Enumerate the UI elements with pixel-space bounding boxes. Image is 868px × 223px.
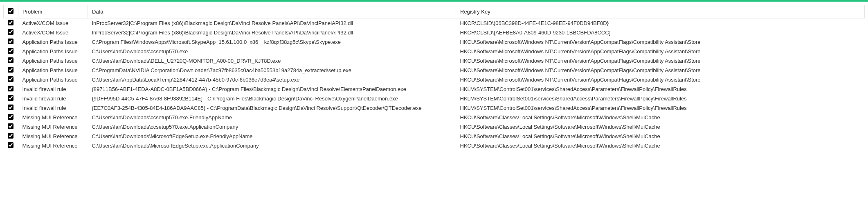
row-select-cell[interactable] (4, 113, 18, 122)
table-row[interactable]: Missing MUI ReferenceC:\Users\Ian\Downlo… (4, 141, 865, 150)
cell-data: {9DFF995D-44C5-47F4-8A68-8F93892B114E} -… (88, 94, 456, 103)
row-select-cell[interactable] (4, 56, 18, 66)
results-table: Problem Data Registry Key ActiveX/COM Is… (3, 5, 865, 150)
cell-problem: Missing MUI Reference (18, 141, 88, 150)
column-header-select-all[interactable] (4, 5, 18, 18)
cell-problem: Application Paths Issue (18, 66, 88, 75)
cell-registry-key: HKLM\SYSTEM\ControlSet001\services\Share… (456, 94, 865, 103)
cell-data: C:\Users\Ian\Downloads\ccsetup570.exe.Fr… (88, 113, 456, 122)
table-row[interactable]: Invalid firewall rule{89711B56-ABF1-4EDA… (4, 84, 865, 94)
table-header-row: Problem Data Registry Key (4, 5, 865, 18)
row-select-checkbox[interactable] (8, 20, 13, 25)
table-row[interactable]: ActiveX/COM IssueInProcServer32|C:\Progr… (4, 18, 865, 28)
cell-data: C:\Users\Ian\Downloads\MicrosoftEdgeSetu… (88, 141, 456, 150)
cell-registry-key: HKLM\SYSTEM\ControlSet001\services\Share… (456, 103, 865, 113)
table-row[interactable]: Application Paths IssueC:\Users\Ian\AppD… (4, 75, 865, 84)
cell-data: {EE7C0AF3-254B-4305-84E4-186ADA9AAC85} -… (88, 103, 456, 113)
table-row[interactable]: ActiveX/COM IssueInProcServer32|C:\Progr… (4, 28, 865, 37)
cell-registry-key: HKCU\Software\Microsoft\Windows NT\Curre… (456, 37, 865, 47)
table-row[interactable]: Application Paths IssueC:\ProgramData\NV… (4, 66, 865, 75)
column-header-registry-key[interactable]: Registry Key (456, 5, 865, 18)
cell-data: C:\Program Files\WindowsApps\Microsoft.S… (88, 37, 456, 47)
cell-data: C:\ProgramData\NVIDIA Corporation\Downlo… (88, 66, 456, 75)
table-row[interactable]: Application Paths IssueC:\Program Files\… (4, 37, 865, 47)
cell-problem: ActiveX/COM Issue (18, 28, 88, 37)
row-select-cell[interactable] (4, 75, 18, 84)
cell-problem: Application Paths Issue (18, 75, 88, 84)
cell-problem: Invalid firewall rule (18, 84, 88, 94)
cell-data: C:\Users\Ian\Downloads\ccsetup570.exe (88, 47, 456, 56)
row-select-cell[interactable] (4, 122, 18, 132)
cell-registry-key: HKCU\Software\Microsoft\Windows NT\Curre… (456, 47, 865, 56)
row-select-checkbox[interactable] (8, 105, 13, 110)
cell-data: InProcServer32|C:\Program Files (x86)\Bl… (88, 28, 456, 37)
cell-problem: Missing MUI Reference (18, 132, 88, 141)
cell-data: {89711B56-ABF1-4EDA-A8DC-0BF1A5BD066A} -… (88, 84, 456, 94)
cell-registry-key: HKCR\CLSID\{AEFBE8A0-A809-460D-9230-1BBC… (456, 28, 865, 37)
cell-data: C:\Users\Ian\Downloads\DELL_U2720Q-MONIT… (88, 56, 456, 66)
row-select-cell[interactable] (4, 47, 18, 56)
row-select-checkbox[interactable] (8, 142, 13, 148)
cell-registry-key: HKCU\Software\Microsoft\Windows NT\Curre… (456, 66, 865, 75)
row-select-checkbox[interactable] (8, 114, 13, 120)
cell-problem: Application Paths Issue (18, 56, 88, 66)
row-select-cell[interactable] (4, 37, 18, 47)
row-select-checkbox[interactable] (8, 95, 13, 101)
row-select-checkbox[interactable] (8, 48, 13, 54)
row-select-checkbox[interactable] (8, 39, 13, 44)
cell-data: C:\Users\Ian\AppData\Local\Temp\22847412… (88, 75, 456, 84)
row-select-cell[interactable] (4, 103, 18, 113)
cell-registry-key: HKCU\Software\Classes\Local Settings\Sof… (456, 132, 865, 141)
row-select-checkbox[interactable] (8, 29, 13, 35)
cell-problem: Missing MUI Reference (18, 113, 88, 122)
table-row[interactable]: Invalid firewall rule{EE7C0AF3-254B-4305… (4, 103, 865, 113)
cell-problem: Invalid firewall rule (18, 94, 88, 103)
cell-registry-key: HKCU\Software\Microsoft\Windows NT\Curre… (456, 75, 865, 84)
cell-problem: Application Paths Issue (18, 37, 88, 47)
cell-registry-key: HKLM\SYSTEM\ControlSet001\services\Share… (456, 84, 865, 94)
select-all-checkbox[interactable] (8, 8, 13, 14)
table-row[interactable]: Invalid firewall rule{9DFF995D-44C5-47F4… (4, 94, 865, 103)
row-select-checkbox[interactable] (8, 67, 13, 73)
cell-registry-key: HKCU\Software\Classes\Local Settings\Sof… (456, 122, 865, 132)
column-header-problem[interactable]: Problem (18, 5, 88, 18)
cell-problem: Missing MUI Reference (18, 122, 88, 132)
cell-data: C:\Users\Ian\Downloads\ccsetup570.exe.Ap… (88, 122, 456, 132)
results-panel: Problem Data Registry Key ActiveX/COM Is… (0, 2, 868, 154)
row-select-cell[interactable] (4, 132, 18, 141)
cell-registry-key: HKCR\CLSID\{06BC398D-44FE-4E1C-98EE-94F0… (456, 18, 865, 28)
cell-problem: Application Paths Issue (18, 47, 88, 56)
row-select-checkbox[interactable] (8, 57, 13, 63)
table-row[interactable]: Application Paths IssueC:\Users\Ian\Down… (4, 47, 865, 56)
cell-problem: ActiveX/COM Issue (18, 18, 88, 28)
column-header-data[interactable]: Data (88, 5, 456, 18)
cell-data: C:\Users\Ian\Downloads\MicrosoftEdgeSetu… (88, 132, 456, 141)
table-row[interactable]: Missing MUI ReferenceC:\Users\Ian\Downlo… (4, 132, 865, 141)
row-select-cell[interactable] (4, 141, 18, 150)
cell-registry-key: HKCU\Software\Microsoft\Windows NT\Curre… (456, 56, 865, 66)
cell-problem: Invalid firewall rule (18, 103, 88, 113)
row-select-checkbox[interactable] (8, 133, 13, 139)
row-select-checkbox[interactable] (8, 123, 13, 129)
row-select-cell[interactable] (4, 84, 18, 94)
cell-data: InProcServer32|C:\Program Files (x86)\Bl… (88, 18, 456, 28)
table-row[interactable]: Application Paths IssueC:\Users\Ian\Down… (4, 56, 865, 66)
table-row[interactable]: Missing MUI ReferenceC:\Users\Ian\Downlo… (4, 122, 865, 132)
row-select-cell[interactable] (4, 94, 18, 103)
row-select-checkbox[interactable] (8, 86, 13, 91)
row-select-checkbox[interactable] (8, 76, 13, 82)
row-select-cell[interactable] (4, 18, 18, 28)
table-row[interactable]: Missing MUI ReferenceC:\Users\Ian\Downlo… (4, 113, 865, 122)
row-select-cell[interactable] (4, 66, 18, 75)
cell-registry-key: HKCU\Software\Classes\Local Settings\Sof… (456, 113, 865, 122)
cell-registry-key: HKCU\Software\Classes\Local Settings\Sof… (456, 141, 865, 150)
row-select-cell[interactable] (4, 28, 18, 37)
